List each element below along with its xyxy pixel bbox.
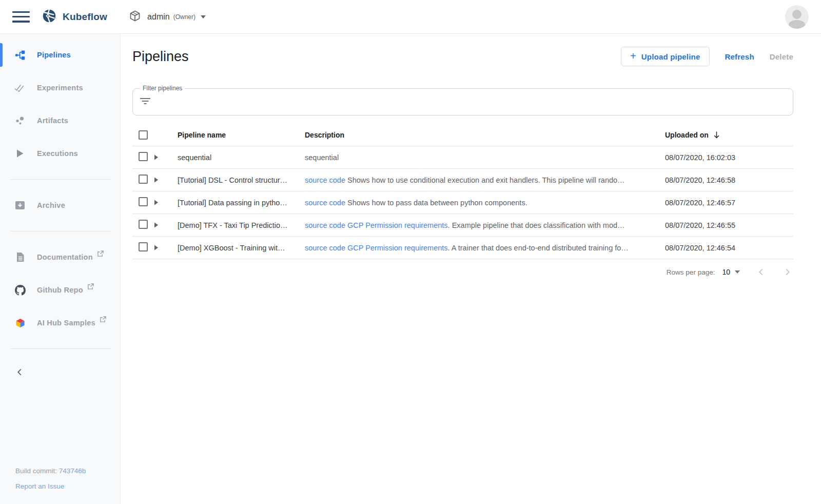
description-text: sequential (305, 153, 339, 162)
expand-row-icon[interactable] (154, 177, 178, 183)
kubeflow-logo-icon (42, 9, 56, 25)
uploaded-on-value: 08/07/2020, 12:46:54 (665, 244, 793, 252)
sidebar-footer: Build commit: 743746b Report an Issue (0, 467, 120, 504)
sidebar-item-label: Archive (37, 201, 65, 209)
sidebar-item-label: Pipelines (37, 51, 71, 59)
external-link-icon (97, 250, 104, 259)
uploaded-on-value: 08/07/2020, 16:02:03 (665, 153, 793, 162)
divider (10, 179, 111, 180)
sidebar: Pipelines Experiments Artifacts Executio… (0, 34, 121, 504)
sort-descending-icon (713, 131, 720, 139)
description-link[interactable]: source code (305, 244, 345, 252)
rows-per-page-value: 10 (722, 268, 730, 276)
table-header-row: Pipeline name Description Uploaded on (132, 124, 793, 146)
filter-field[interactable]: Filter pipelines (132, 88, 793, 115)
select-all-checkbox[interactable] (139, 130, 148, 140)
description-text: Shows how to use conditional execution a… (345, 176, 625, 184)
expand-row-icon[interactable] (154, 222, 178, 228)
row-checkbox[interactable] (139, 220, 148, 229)
refresh-button[interactable]: Refresh (725, 52, 754, 61)
upload-pipeline-button[interactable]: + Upload pipeline (621, 47, 710, 66)
description-link[interactable]: source code (305, 176, 345, 184)
sidebar-item-label: Documentation (37, 253, 93, 261)
next-page-button[interactable] (782, 266, 793, 278)
row-checkbox[interactable] (139, 152, 148, 161)
sidebar-item-label: Executions (37, 149, 78, 158)
sidebar-item-executions[interactable]: Executions (0, 137, 120, 170)
avatar[interactable] (785, 5, 809, 29)
filter-icon (140, 98, 150, 107)
rows-per-page-dropdown-icon[interactable] (735, 270, 740, 274)
description-link[interactable]: source code (305, 221, 345, 229)
description-text: . A trainer that does end-to-end distrib… (448, 244, 629, 252)
column-header-uploaded-on[interactable]: Uploaded on (665, 131, 793, 139)
table-row[interactable]: [Tutorial] DSL - Control structur…source… (132, 169, 793, 191)
sidebar-item-label: Experiments (37, 84, 83, 92)
pipeline-description: source code GCP Permission requirements.… (305, 221, 665, 229)
expand-row-icon[interactable] (154, 200, 178, 205)
report-issue-link[interactable]: Report an Issue (15, 482, 64, 490)
rows-per-page-label: Rows per page: (667, 268, 715, 276)
table-row[interactable]: sequentialsequential08/07/2020, 16:02:03 (132, 146, 793, 169)
sidebar-item-documentation[interactable]: Documentation (0, 241, 120, 274)
namespace-cube-icon (129, 10, 141, 24)
main-content: Pipelines + Upload pipeline Refresh Dele… (121, 34, 821, 285)
pipelines-table: Pipeline name Description Uploaded on se… (132, 124, 793, 285)
pipeline-name[interactable]: [Demo] XGBoost - Training wit… (178, 244, 305, 252)
pipeline-name[interactable]: [Tutorial] Data passing in pytho… (178, 199, 305, 207)
pipeline-description: sequential (305, 153, 665, 162)
delete-button[interactable]: Delete (770, 52, 793, 61)
description-text: Shows how to pass data between python co… (345, 199, 527, 207)
brand-name: Kubeflow (63, 11, 107, 23)
sidebar-item-label: AI Hub Samples (37, 319, 95, 327)
column-header-pipeline-name: Pipeline name (178, 131, 305, 139)
uploaded-on-value: 08/07/2020, 12:46:58 (665, 176, 793, 184)
document-icon (14, 252, 26, 262)
filter-field-label: Filter pipelines (140, 85, 185, 92)
table-body: sequentialsequential08/07/2020, 16:02:03… (132, 146, 793, 259)
chevron-down-icon (201, 15, 206, 18)
pipeline-name[interactable]: [Tutorial] DSL - Control structur… (178, 176, 305, 184)
table-row[interactable]: [Tutorial] Data passing in pytho…source … (132, 191, 793, 214)
sidebar-item-archive[interactable]: Archive (0, 189, 120, 222)
table-row[interactable]: [Demo] TFX - Taxi Tip Predictio…source c… (132, 214, 793, 237)
kubeflow-brand: Kubeflow (42, 9, 107, 25)
expand-row-icon[interactable] (154, 154, 178, 160)
row-checkbox[interactable] (139, 242, 148, 251)
sidebar-item-artifacts[interactable]: Artifacts (0, 104, 120, 137)
previous-page-button[interactable] (755, 266, 767, 278)
column-header-description: Description (305, 131, 665, 139)
row-checkbox[interactable] (139, 197, 148, 206)
sidebar-item-label: Artifacts (37, 117, 68, 125)
row-checkbox[interactable] (139, 175, 148, 184)
pagination: Rows per page: 10 (132, 259, 793, 285)
pipelines-icon (14, 50, 26, 61)
github-icon (14, 285, 26, 296)
expand-row-icon[interactable] (154, 245, 178, 250)
namespace-name: admin (147, 12, 170, 22)
divider (10, 348, 111, 349)
sidebar-item-pipelines[interactable]: Pipelines (0, 38, 120, 71)
pipeline-name[interactable]: sequential (178, 153, 305, 162)
build-commit-link[interactable]: 743746b (59, 467, 86, 475)
external-link-icon (100, 316, 106, 325)
sidebar-item-experiments[interactable]: Experiments (0, 71, 120, 104)
description-link[interactable]: GCP Permission requirements (347, 221, 448, 229)
collapse-sidebar-icon[interactable] (12, 365, 27, 380)
topbar: Kubeflow admin (Owner) (0, 0, 821, 34)
plus-icon: + (630, 50, 636, 62)
pipeline-name[interactable]: [Demo] TFX - Taxi Tip Predictio… (178, 221, 305, 229)
description-link[interactable]: source code (305, 199, 345, 207)
pipeline-description: source code Shows how to use conditional… (305, 176, 665, 184)
sidebar-item-ai-hub-samples[interactable]: AI Hub Samples (0, 306, 120, 339)
uploaded-on-value: 08/07/2020, 12:46:57 (665, 199, 793, 207)
namespace-selector[interactable]: admin (Owner) (129, 10, 206, 24)
sidebar-item-github-repo[interactable]: Github Repo (0, 274, 120, 306)
page-title: Pipelines (132, 49, 189, 65)
table-row[interactable]: [Demo] XGBoost - Training wit…source cod… (132, 237, 793, 259)
filter-input[interactable] (157, 98, 786, 106)
active-indicator (0, 43, 3, 67)
menu-icon[interactable] (12, 10, 30, 24)
description-link[interactable]: GCP Permission requirements (347, 244, 448, 252)
ai-hub-icon (14, 318, 26, 328)
